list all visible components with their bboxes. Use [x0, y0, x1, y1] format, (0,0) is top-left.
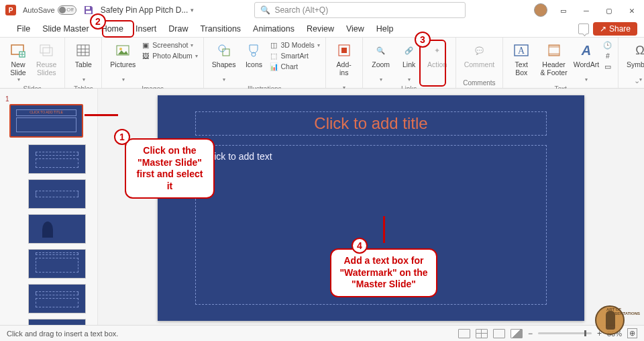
- screenshot-icon: ▣: [141, 40, 150, 50]
- pictures-icon: [114, 42, 131, 59]
- 3d-models-button[interactable]: ◫3D Models▾: [269, 40, 319, 50]
- pictures-button[interactable]: Pictures▾: [107, 40, 138, 84]
- collapse-ribbon-button[interactable]: ⌄: [634, 77, 640, 85]
- close-button[interactable]: ✕: [625, 5, 639, 15]
- comment-button: 💬Comment: [462, 40, 498, 70]
- group-label-comments: Comments: [463, 79, 495, 87]
- action-icon: ✦: [429, 42, 446, 59]
- watermark-logo: ART OFPRESENTATIONS: [580, 302, 640, 338]
- header-footer-button[interactable]: Header & Footer: [537, 40, 571, 78]
- annotation-step-2-badge: 2: [90, 13, 106, 30]
- save-button[interactable]: [83, 5, 94, 15]
- table-icon: [74, 42, 92, 59]
- autosave-toggle[interactable]: AutoSave Off: [23, 5, 76, 15]
- zoom-out-button[interactable]: −: [528, 329, 533, 338]
- document-title[interactable]: Safety Pin App Pitch D... ▾: [101, 5, 195, 15]
- master-slide-thumbnail[interactable]: CLICK TO ADD TITLE: [9, 104, 83, 138]
- tab-review[interactable]: Review: [301, 21, 340, 36]
- smartart-button[interactable]: ⬚SmartArt: [269, 51, 319, 60]
- text-box-button[interactable]: A Text Box: [508, 40, 534, 78]
- slide-number-button[interactable]: #: [603, 51, 612, 60]
- header-footer-icon: [545, 42, 563, 59]
- tab-animations[interactable]: Animations: [247, 21, 301, 36]
- cube-icon: ◫: [269, 40, 278, 50]
- link-icon: 🔗: [400, 42, 418, 59]
- svg-rect-24: [549, 53, 559, 56]
- new-slide-button[interactable]: New Slide▾: [5, 40, 31, 84]
- chart-button[interactable]: 📊Chart: [269, 62, 319, 71]
- wordart-icon: A: [578, 42, 595, 59]
- icons-icon: [245, 42, 262, 59]
- svg-rect-23: [549, 45, 559, 48]
- svg-text:A: A: [518, 46, 525, 56]
- layout-thumbnail-5[interactable]: [28, 284, 86, 313]
- shapes-icon: [215, 42, 233, 59]
- annotation-step-4-badge: 4: [352, 238, 368, 254]
- addins-icon: [335, 42, 353, 59]
- zoom-button[interactable]: 🔍Zoom▾: [368, 40, 394, 84]
- chart-icon: 📊: [269, 62, 278, 71]
- chevron-down-icon: ▾: [191, 7, 194, 13]
- slide-thumbnails-pane: 1 CLICK TO ADD TITLE Click to add title: [0, 89, 98, 325]
- icons-button[interactable]: Icons: [241, 40, 266, 70]
- tab-insert[interactable]: Insert: [129, 21, 162, 36]
- svg-rect-19: [341, 48, 347, 53]
- title-placeholder[interactable]: Click to add title: [195, 111, 547, 136]
- reading-view-button[interactable]: [493, 329, 505, 338]
- search-icon: 🔍: [260, 5, 270, 15]
- shapes-button[interactable]: Shapes▾: [209, 40, 239, 84]
- toggle-switch-icon[interactable]: Off: [58, 5, 76, 15]
- table-button[interactable]: Table▾: [70, 40, 96, 84]
- minimize-button[interactable]: —: [580, 5, 593, 15]
- tab-file[interactable]: File: [11, 21, 36, 36]
- slideshow-view-button[interactable]: [511, 329, 523, 338]
- layout-thumbnail-2[interactable]: [28, 179, 86, 209]
- photo-album-button[interactable]: 🖼Photo Album▾: [141, 51, 198, 60]
- link-button[interactable]: 🔗Link▾: [396, 40, 422, 84]
- svg-rect-8: [77, 45, 89, 56]
- master-number: 1: [5, 95, 9, 103]
- search-input[interactable]: 🔍 Search (Alt+Q): [254, 2, 466, 18]
- layout-thumbnail-4[interactable]: [28, 249, 86, 279]
- date-icon: 🕒: [603, 40, 612, 50]
- reuse-slides-icon: [38, 42, 55, 59]
- tab-help[interactable]: Help: [370, 21, 400, 36]
- date-time-button[interactable]: 🕒: [603, 40, 612, 50]
- object-button[interactable]: ▭: [603, 62, 612, 71]
- status-bar: Click and drag to insert a text box. − +…: [0, 325, 644, 341]
- tab-view[interactable]: View: [340, 21, 370, 36]
- svg-rect-6: [40, 45, 50, 53]
- svg-rect-1: [86, 11, 91, 13]
- annotation-callout-4: Add a text box for "Watermark" on the "M…: [330, 248, 437, 297]
- layout-thumbnail-3[interactable]: [28, 214, 86, 244]
- share-icon: ↗: [600, 24, 606, 34]
- slide-sorter-view-button[interactable]: [476, 329, 488, 338]
- status-message: Click and drag to insert a text box.: [7, 330, 118, 338]
- svg-point-14: [119, 48, 122, 50]
- wordart-button[interactable]: A WordArt▾: [574, 40, 599, 84]
- tab-slide-master[interactable]: Slide Master: [36, 21, 95, 36]
- smartart-icon: ⬚: [269, 51, 278, 60]
- layout-thumbnail-6[interactable]: Click to add title: [28, 319, 86, 325]
- annotation-step4-connector: [383, 216, 385, 243]
- ribbon-insert: New Slide▾ Reuse Slides Slides Table▾ Ta…: [0, 38, 644, 89]
- number-icon: #: [603, 51, 612, 60]
- comment-icon: 💬: [470, 42, 488, 59]
- ribbon-display-options[interactable]: ▭: [557, 5, 570, 15]
- comments-pane-button[interactable]: [578, 23, 589, 34]
- svg-rect-0: [86, 7, 90, 9]
- powerpoint-app-icon: P: [5, 5, 16, 15]
- object-icon: ▭: [603, 62, 612, 71]
- addins-button[interactable]: Add-ins▾: [331, 40, 357, 92]
- new-slide-icon: [9, 42, 27, 59]
- tab-transitions[interactable]: Transitions: [194, 21, 247, 36]
- screenshot-button[interactable]: ▣Screenshot▾: [141, 40, 198, 50]
- layout-thumbnail-1[interactable]: [28, 144, 86, 174]
- annotation-step1-connector: [85, 114, 118, 116]
- normal-view-button[interactable]: [458, 329, 470, 338]
- share-button[interactable]: ↗ Share: [593, 22, 637, 36]
- tab-draw[interactable]: Draw: [162, 21, 194, 36]
- user-avatar[interactable]: [534, 3, 547, 17]
- annotation-callout-1: Click on the "Master Slide" first and se…: [125, 138, 215, 199]
- restore-button[interactable]: ▢: [602, 5, 616, 15]
